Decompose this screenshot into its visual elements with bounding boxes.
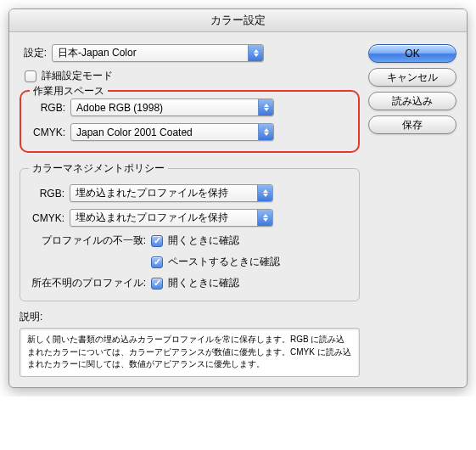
settings-label: 設定: <box>20 46 47 60</box>
mismatch-open-checkbox[interactable] <box>151 235 163 247</box>
rgb-workspace-select[interactable]: Adobe RGB (1998) <box>70 98 274 116</box>
advanced-mode-checkbox[interactable] <box>25 70 36 82</box>
advanced-mode-label: 詳細設定モード <box>42 69 113 83</box>
policy-legend: カラーマネジメントポリシー <box>29 161 168 176</box>
missing-open-label: 開くときに確認 <box>168 276 239 290</box>
mismatch-open-label: 開くときに確認 <box>168 233 239 248</box>
workspace-group: 作業用スペース RGB: Adobe RGB (1998) CMYK: Japa… <box>20 90 360 153</box>
chevron-updown-icon <box>257 185 272 201</box>
description-section: 説明: 新しく開いた書類の埋め込みカラープロファイルを常に保存します。RGB に… <box>20 310 360 377</box>
chevron-updown-icon <box>248 45 263 61</box>
load-button[interactable]: 読み込み <box>368 92 456 110</box>
policy-rgb-label: RGB: <box>29 188 64 200</box>
policy-rgb-value: 埋め込まれたプロファイルを保持 <box>76 186 257 200</box>
policy-rgb-select[interactable]: 埋め込まれたプロファイルを保持 <box>70 184 273 202</box>
policy-cmyk-value: 埋め込まれたプロファイルを保持 <box>76 211 257 225</box>
mismatch-paste-checkbox[interactable] <box>151 256 163 268</box>
color-settings-dialog: カラー設定 設定: 日本-Japan Color 詳細設定モード 作業用スペース… <box>8 8 468 388</box>
missing-label: 所在不明のプロファイル: <box>29 276 146 290</box>
chevron-updown-icon <box>258 99 273 115</box>
missing-open-checkbox[interactable] <box>151 278 163 290</box>
dialog-title: カラー設定 <box>9 9 467 32</box>
settings-select[interactable]: 日本-Japan Color <box>52 44 264 62</box>
rgb-label: RGB: <box>30 102 65 114</box>
mismatch-paste-label: ペーストするときに確認 <box>168 255 280 269</box>
cmyk-label: CMYK: <box>30 127 65 138</box>
workspace-legend: 作業用スペース <box>30 84 108 98</box>
policy-group: カラーマネジメントポリシー RGB: 埋め込まれたプロファイルを保持 CMYK:… <box>20 161 360 301</box>
cmyk-workspace-select[interactable]: Japan Color 2001 Coated <box>70 123 274 141</box>
ok-button[interactable]: OK <box>368 44 456 63</box>
mismatch-label: プロファイルの不一致: <box>29 233 146 248</box>
rgb-workspace-value: Adobe RGB (1998) <box>76 102 258 114</box>
policy-cmyk-label: CMYK: <box>29 212 64 224</box>
save-button[interactable]: 保存 <box>368 115 456 134</box>
cmyk-workspace-value: Japan Color 2001 Coated <box>76 127 258 138</box>
settings-select-value: 日本-Japan Color <box>58 46 248 60</box>
cancel-button[interactable]: キャンセル <box>368 68 456 87</box>
description-label: 説明: <box>20 311 42 323</box>
description-text: 新しく開いた書類の埋め込みカラープロファイルを常に保存します。RGB に読み込ま… <box>20 328 360 377</box>
policy-cmyk-select[interactable]: 埋め込まれたプロファイルを保持 <box>70 209 273 227</box>
chevron-updown-icon <box>257 210 272 226</box>
chevron-updown-icon <box>258 124 273 140</box>
